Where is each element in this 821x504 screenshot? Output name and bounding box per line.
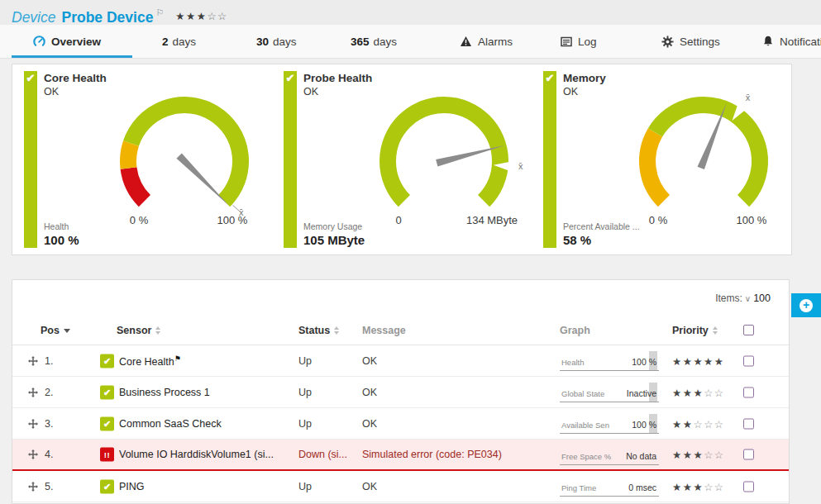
column-header-status[interactable]: Status (298, 325, 339, 336)
tab-label: days (374, 36, 398, 48)
column-header-pos[interactable]: Pos (41, 325, 70, 336)
gauge-dial: x̄0 %100 % (93, 86, 277, 250)
mini-graph-label: Free Space % (561, 452, 611, 461)
gauge-section-probe-health[interactable]: ✔Probe HealthOKx̄0134 MByteMemory Usage1… (272, 64, 532, 254)
priority-stars[interactable]: ★★★☆☆ (672, 449, 725, 461)
device-priority-stars[interactable]: ★★★☆☆ (175, 11, 228, 22)
tab-alarms[interactable]: Alarms (460, 25, 513, 58)
svg-text:x̄: x̄ (746, 93, 751, 102)
check-icon: ✔ (543, 72, 556, 84)
table-row[interactable]: 3.✔Common SaaS CheckUpOKAvailable Sen100… (12, 408, 789, 440)
priority-stars[interactable]: ★★☆☆☆ (672, 417, 725, 430)
tab-365-days[interactable]: 365days (351, 25, 397, 58)
gauge-title[interactable]: Probe Health (303, 72, 372, 84)
move-handle-icon[interactable] (28, 419, 38, 429)
row-position: 2. (45, 387, 53, 398)
sensor-ok-icon[interactable]: ✔ (100, 354, 114, 368)
tab-30-days[interactable]: 30days (256, 25, 297, 58)
sensor-message: Simulated error (code: PE034) (362, 449, 502, 460)
mini-graph[interactable]: Health100 % (560, 350, 659, 371)
mini-graph[interactable]: Global StateInactive (560, 382, 659, 402)
tab-label: Log (578, 36, 597, 48)
sensor-error-icon[interactable]: !! (100, 448, 114, 462)
svg-text:134 MByte: 134 MByte (466, 214, 518, 226)
gear-icon (661, 36, 674, 48)
gauge-section-core-health[interactable]: ✔Core HealthOKx̄0 %100 %Health100 % (12, 64, 272, 254)
mini-graph[interactable]: Ping Time0 msec (560, 476, 659, 497)
sensor-ok-icon[interactable]: ✔ (100, 416, 114, 430)
move-handle-icon[interactable] (28, 356, 38, 366)
sensor-name-link[interactable]: Business Process 1 (119, 387, 210, 398)
priority-stars[interactable]: ★★★☆☆ (672, 386, 725, 398)
mini-graph-label: Ping Time (561, 483, 596, 492)
sensor-name-link[interactable]: PING (119, 481, 145, 492)
priority-stars[interactable]: ★★★★★ (672, 354, 725, 367)
move-handle-icon[interactable] (28, 449, 38, 459)
table-row[interactable]: 4.!!Volume IO HarddiskVolume1 (si...Down… (12, 440, 789, 471)
mini-graph-value: 100 % (632, 420, 656, 430)
column-header-priority[interactable]: Priority (672, 325, 718, 336)
move-handle-icon[interactable] (28, 388, 38, 397)
gauge-icon (33, 36, 45, 48)
sensor-ok-icon[interactable]: ✔ (100, 385, 114, 399)
mini-graph-label: Health (561, 358, 584, 367)
tab-label: days (273, 36, 297, 48)
sensor-message: OK (362, 418, 377, 430)
mini-graph[interactable]: Available Sen100 % (560, 413, 659, 434)
metric-label: Health (44, 221, 79, 231)
row-checkbox[interactable] (743, 449, 754, 460)
table-row[interactable]: 1.✔Core Health⚑UpOKHealth100 %★★★★★ (12, 345, 789, 377)
move-handle-icon[interactable] (28, 482, 38, 492)
gauge-title[interactable]: Memory (563, 72, 606, 84)
table-row[interactable]: 2.✔Business Process 1UpOKGlobal StateIna… (12, 377, 789, 408)
svg-text:100 %: 100 % (737, 214, 767, 226)
priority-stars[interactable]: ★★★☆☆ (672, 480, 725, 492)
sensor-message: OK (362, 481, 377, 492)
sensor-status: Down (si... (298, 449, 347, 460)
tab-label: days (173, 36, 197, 48)
sensor-rows: 1.✔Core Health⚑UpOKHealth100 %★★★★★2.✔Bu… (12, 345, 789, 502)
check-icon: ✔ (284, 72, 297, 84)
gauge-dial: x̄0134 MByte (353, 86, 537, 250)
metric-value: 105 MByte (303, 233, 365, 247)
table-header-row: Pos Sensor Status Message Graph Priority (12, 320, 789, 345)
tab-overview[interactable]: Overview (33, 25, 101, 58)
gauge-title[interactable]: Core Health (44, 72, 107, 84)
sort-desc-icon (64, 329, 70, 333)
sensor-ok-icon[interactable]: ✔ (100, 479, 114, 493)
svg-text:100 %: 100 % (217, 214, 248, 226)
chevron-down-icon: ∨ (745, 294, 751, 303)
gauge-metric: Health100 % (44, 221, 79, 247)
tab-2-days[interactable]: 2days (162, 25, 196, 58)
sensor-status-bar: ✔ (543, 71, 556, 248)
table-row[interactable]: 5.✔PINGUpOKPing Time0 msec★★★☆☆ (12, 471, 789, 502)
sensor-name-link[interactable]: Common SaaS Check (119, 418, 222, 430)
sensor-name-link[interactable]: Core Health⚑ (119, 354, 181, 368)
tab-settings[interactable]: Settings (661, 25, 720, 58)
sensor-name-link[interactable]: Volume IO HarddiskVolume1 (si... (119, 449, 274, 460)
row-checkbox[interactable] (743, 418, 754, 429)
sort-icon (334, 326, 339, 335)
gauge-section-memory[interactable]: ✔MemoryOKx̄0 %100 %Percent Available ...… (532, 64, 791, 254)
sort-icon (713, 326, 718, 335)
mini-graph[interactable]: Free Space %No data (560, 445, 659, 465)
row-position: 3. (45, 418, 53, 430)
mini-graph-value: 0 msec (628, 483, 656, 492)
tab-number: 2 (162, 36, 169, 48)
mini-graph-value: Inactive (627, 388, 656, 398)
items-per-page-control[interactable]: Items:∨100 (715, 292, 771, 304)
page-title[interactable]: Probe Device (62, 9, 154, 26)
row-checkbox[interactable] (743, 355, 754, 366)
tab-log[interactable]: Log (561, 25, 597, 58)
select-all-checkbox[interactable] (743, 325, 754, 335)
flag-icon[interactable]: ⚐ (155, 7, 164, 17)
metric-value: 100 % (44, 233, 79, 247)
tab-notifications[interactable]: Notifications (762, 25, 821, 58)
svg-text:x̄: x̄ (518, 161, 523, 171)
row-checkbox[interactable] (743, 387, 754, 397)
tab-label: Alarms (478, 36, 513, 48)
row-checkbox[interactable] (743, 481, 754, 492)
metric-label: Memory Usage (303, 221, 365, 231)
column-header-sensor[interactable]: Sensor (117, 325, 160, 336)
add-sensor-button[interactable]: + (791, 293, 821, 317)
